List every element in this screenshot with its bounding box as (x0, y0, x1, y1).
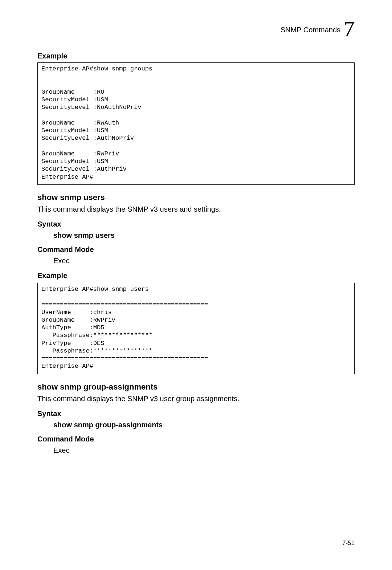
syntax-value-users: show snmp users (53, 231, 355, 240)
syntax-value-ga: show snmp group-assignments (53, 421, 355, 429)
command-title-group-assignments: show snmp group-assignments (37, 382, 355, 392)
example-heading-users: Example (37, 272, 355, 280)
chapter-number: 7 (343, 16, 355, 42)
syntax-heading-ga: Syntax (37, 410, 355, 418)
code-block-groups: Enterprise AP#show snmp groups GroupName… (37, 62, 355, 185)
command-description-group-assignments: This command displays the SNMP v3 user g… (37, 395, 355, 403)
mode-heading-ga: Command Mode (37, 435, 355, 443)
mode-heading-users: Command Mode (37, 245, 355, 254)
mode-value-users: Exec (53, 257, 355, 265)
example-heading-1: Example (37, 52, 355, 60)
code-block-users: Enterprise AP#show snmp users ==========… (37, 283, 355, 374)
page-number: 7-51 (342, 540, 355, 547)
section-title: SNMP Commands (281, 24, 340, 34)
command-description-users: This command displays the SNMP v3 users … (37, 205, 355, 213)
page-header: SNMP Commands 7 (37, 16, 355, 42)
command-title-users: show snmp users (37, 193, 355, 202)
mode-value-ga: Exec (53, 446, 355, 455)
syntax-heading-users: Syntax (37, 220, 355, 228)
